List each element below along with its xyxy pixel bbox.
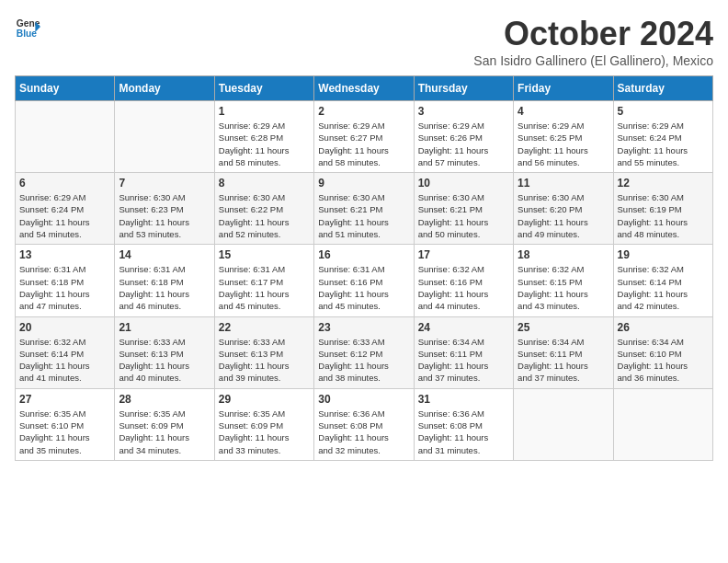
day-header-tuesday: Tuesday — [214, 76, 313, 101]
cell-info: Sunrise: 6:32 AM Sunset: 6:14 PM Dayligh… — [19, 336, 110, 385]
calendar-cell: 11Sunrise: 6:30 AM Sunset: 6:20 PM Dayli… — [514, 173, 613, 245]
day-number: 22 — [219, 321, 310, 334]
day-number: 10 — [418, 177, 509, 190]
day-number: 31 — [418, 393, 509, 406]
calendar-cell: 15Sunrise: 6:31 AM Sunset: 6:17 PM Dayli… — [214, 245, 313, 316]
calendar-cell: 17Sunrise: 6:32 AM Sunset: 6:16 PM Dayli… — [414, 245, 513, 316]
cell-info: Sunrise: 6:32 AM Sunset: 6:14 PM Dayligh… — [618, 263, 709, 312]
cell-info: Sunrise: 6:33 AM Sunset: 6:13 PM Dayligh… — [219, 336, 310, 385]
calendar-cell: 13Sunrise: 6:31 AM Sunset: 6:18 PM Dayli… — [16, 245, 115, 316]
cell-info: Sunrise: 6:33 AM Sunset: 6:12 PM Dayligh… — [318, 336, 409, 385]
day-number: 5 — [618, 105, 709, 118]
cell-info: Sunrise: 6:31 AM Sunset: 6:18 PM Dayligh… — [119, 263, 210, 312]
logo: General Blue — [15, 15, 40, 40]
cell-info: Sunrise: 6:32 AM Sunset: 6:15 PM Dayligh… — [518, 263, 609, 312]
svg-text:Blue: Blue — [17, 29, 38, 39]
day-number: 7 — [119, 177, 210, 190]
cell-info: Sunrise: 6:30 AM Sunset: 6:19 PM Dayligh… — [618, 191, 709, 240]
day-number: 15 — [219, 248, 310, 261]
day-number: 26 — [618, 321, 709, 334]
cell-info: Sunrise: 6:30 AM Sunset: 6:20 PM Dayligh… — [518, 191, 609, 240]
day-number: 30 — [318, 393, 409, 406]
calendar-cell: 21Sunrise: 6:33 AM Sunset: 6:13 PM Dayli… — [115, 316, 214, 388]
cell-info: Sunrise: 6:29 AM Sunset: 6:25 PM Dayligh… — [518, 120, 609, 168]
calendar-cell — [16, 101, 115, 173]
day-number: 18 — [518, 248, 609, 261]
cell-info: Sunrise: 6:30 AM Sunset: 6:21 PM Dayligh… — [418, 191, 509, 240]
calendar-cell: 22Sunrise: 6:33 AM Sunset: 6:13 PM Dayli… — [214, 316, 313, 388]
header: General Blue October 2024 San Isidro Gal… — [15, 15, 713, 68]
cell-info: Sunrise: 6:33 AM Sunset: 6:13 PM Dayligh… — [119, 336, 210, 385]
day-number: 24 — [418, 321, 509, 334]
calendar-cell: 30Sunrise: 6:36 AM Sunset: 6:08 PM Dayli… — [314, 388, 414, 460]
calendar-cell: 8Sunrise: 6:30 AM Sunset: 6:22 PM Daylig… — [214, 173, 313, 245]
cell-info: Sunrise: 6:31 AM Sunset: 6:16 PM Dayligh… — [318, 263, 409, 312]
header-row: SundayMondayTuesdayWednesdayThursdayFrid… — [16, 76, 713, 101]
day-number: 1 — [219, 105, 310, 118]
cell-info: Sunrise: 6:34 AM Sunset: 6:11 PM Dayligh… — [518, 336, 609, 385]
cell-info: Sunrise: 6:30 AM Sunset: 6:22 PM Dayligh… — [219, 191, 310, 240]
calendar-table: SundayMondayTuesdayWednesdayThursdayFrid… — [15, 75, 713, 461]
day-number: 6 — [19, 177, 110, 190]
calendar-cell: 25Sunrise: 6:34 AM Sunset: 6:11 PM Dayli… — [514, 316, 613, 388]
calendar-cell: 3Sunrise: 6:29 AM Sunset: 6:26 PM Daylig… — [414, 101, 513, 173]
day-header-wednesday: Wednesday — [314, 76, 414, 101]
cell-info: Sunrise: 6:34 AM Sunset: 6:11 PM Dayligh… — [418, 336, 509, 385]
calendar-cell — [514, 388, 613, 460]
calendar-cell: 4Sunrise: 6:29 AM Sunset: 6:25 PM Daylig… — [514, 101, 613, 173]
day-number: 9 — [318, 177, 409, 190]
calendar-cell: 9Sunrise: 6:30 AM Sunset: 6:21 PM Daylig… — [314, 173, 414, 245]
cell-info: Sunrise: 6:30 AM Sunset: 6:21 PM Dayligh… — [318, 191, 409, 240]
cell-info: Sunrise: 6:29 AM Sunset: 6:26 PM Dayligh… — [418, 120, 509, 168]
calendar-cell: 28Sunrise: 6:35 AM Sunset: 6:09 PM Dayli… — [115, 388, 214, 460]
location-subtitle: San Isidro Gallinero (El Gallinero), Mex… — [473, 53, 713, 68]
week-row-5: 27Sunrise: 6:35 AM Sunset: 6:10 PM Dayli… — [16, 388, 713, 460]
calendar-cell: 23Sunrise: 6:33 AM Sunset: 6:12 PM Dayli… — [314, 316, 414, 388]
day-header-saturday: Saturday — [613, 76, 712, 101]
cell-info: Sunrise: 6:36 AM Sunset: 6:08 PM Dayligh… — [318, 408, 409, 456]
day-number: 17 — [418, 248, 509, 261]
day-number: 20 — [19, 321, 110, 334]
day-number: 29 — [219, 393, 310, 406]
day-number: 19 — [618, 248, 709, 261]
day-header-sunday: Sunday — [16, 76, 115, 101]
day-number: 12 — [618, 177, 709, 190]
cell-info: Sunrise: 6:34 AM Sunset: 6:10 PM Dayligh… — [618, 336, 709, 385]
day-number: 11 — [518, 177, 609, 190]
calendar-cell: 14Sunrise: 6:31 AM Sunset: 6:18 PM Dayli… — [115, 245, 214, 316]
calendar-cell: 12Sunrise: 6:30 AM Sunset: 6:19 PM Dayli… — [613, 173, 712, 245]
day-number: 8 — [219, 177, 310, 190]
cell-info: Sunrise: 6:35 AM Sunset: 6:09 PM Dayligh… — [219, 408, 310, 456]
cell-info: Sunrise: 6:29 AM Sunset: 6:24 PM Dayligh… — [19, 191, 110, 240]
day-number: 23 — [318, 321, 409, 334]
day-number: 21 — [119, 321, 210, 334]
day-header-monday: Monday — [115, 76, 214, 101]
calendar-cell: 2Sunrise: 6:29 AM Sunset: 6:27 PM Daylig… — [314, 101, 414, 173]
week-row-3: 13Sunrise: 6:31 AM Sunset: 6:18 PM Dayli… — [16, 245, 713, 316]
calendar-cell: 27Sunrise: 6:35 AM Sunset: 6:10 PM Dayli… — [16, 388, 115, 460]
day-number: 28 — [119, 393, 210, 406]
calendar-cell: 7Sunrise: 6:30 AM Sunset: 6:23 PM Daylig… — [115, 173, 214, 245]
calendar-cell: 24Sunrise: 6:34 AM Sunset: 6:11 PM Dayli… — [414, 316, 513, 388]
title-area: October 2024 San Isidro Gallinero (El Ga… — [473, 15, 713, 68]
calendar-cell: 29Sunrise: 6:35 AM Sunset: 6:09 PM Dayli… — [214, 388, 313, 460]
cell-info: Sunrise: 6:29 AM Sunset: 6:28 PM Dayligh… — [219, 120, 310, 168]
week-row-2: 6Sunrise: 6:29 AM Sunset: 6:24 PM Daylig… — [16, 173, 713, 245]
day-header-friday: Friday — [514, 76, 613, 101]
cell-info: Sunrise: 6:36 AM Sunset: 6:08 PM Dayligh… — [418, 408, 509, 456]
calendar-cell: 16Sunrise: 6:31 AM Sunset: 6:16 PM Dayli… — [314, 245, 414, 316]
cell-info: Sunrise: 6:30 AM Sunset: 6:23 PM Dayligh… — [119, 191, 210, 240]
day-number: 2 — [318, 105, 409, 118]
week-row-1: 1Sunrise: 6:29 AM Sunset: 6:28 PM Daylig… — [16, 101, 713, 173]
calendar-cell: 26Sunrise: 6:34 AM Sunset: 6:10 PM Dayli… — [613, 316, 712, 388]
calendar-cell: 19Sunrise: 6:32 AM Sunset: 6:14 PM Dayli… — [613, 245, 712, 316]
month-title: October 2024 — [473, 15, 713, 53]
calendar-cell: 5Sunrise: 6:29 AM Sunset: 6:24 PM Daylig… — [613, 101, 712, 173]
cell-info: Sunrise: 6:35 AM Sunset: 6:09 PM Dayligh… — [119, 408, 210, 456]
calendar-cell: 10Sunrise: 6:30 AM Sunset: 6:21 PM Dayli… — [414, 173, 513, 245]
day-number: 13 — [19, 248, 110, 261]
cell-info: Sunrise: 6:31 AM Sunset: 6:18 PM Dayligh… — [19, 263, 110, 312]
day-header-thursday: Thursday — [414, 76, 513, 101]
calendar-cell: 31Sunrise: 6:36 AM Sunset: 6:08 PM Dayli… — [414, 388, 513, 460]
day-number: 4 — [518, 105, 609, 118]
